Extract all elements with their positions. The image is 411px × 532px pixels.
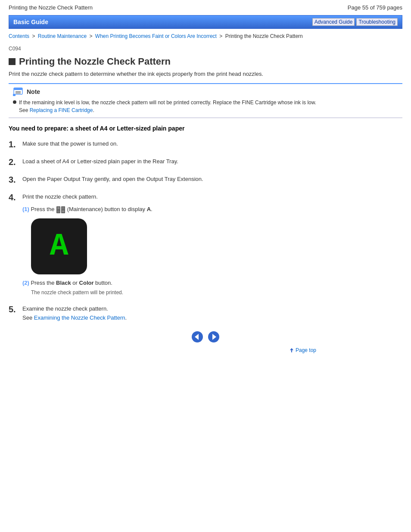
breadcrumb: Contents > Routine Maintenance > When Pr…	[9, 32, 402, 40]
prep-title: You need to prepare: a sheet of A4 or Le…	[9, 125, 402, 132]
page-top-container: Page top	[9, 347, 316, 353]
troubleshooting-link[interactable]: Troubleshooting	[356, 18, 398, 26]
fine-cartridge-link[interactable]: Replacing a FINE Cartridge	[30, 107, 93, 113]
page-top-link[interactable]: Page top	[290, 347, 316, 353]
step-3-content: Open the Paper Output Tray gently, and o…	[22, 175, 203, 184]
step-3-num: 3.	[9, 175, 19, 185]
breadcrumb-routine[interactable]: Routine Maintenance	[38, 33, 87, 39]
display-letter: A	[50, 231, 68, 262]
section-icon	[9, 58, 16, 65]
step-1-content: Make sure that the power is turned on.	[22, 140, 118, 149]
svg-rect-4	[13, 94, 16, 96]
basic-guide-label: Basic Guide	[13, 19, 48, 25]
step-5-num: 5.	[9, 305, 19, 314]
svg-rect-9	[62, 207, 65, 210]
nav-bar-links: Advanced Guide Troubleshooting	[312, 18, 398, 26]
substep-4-2-note: The nozzle check pattern will be printed…	[31, 289, 153, 297]
breadcrumb-current: Printing the Nozzle Check Pattern	[225, 33, 303, 39]
next-button[interactable]	[208, 331, 220, 343]
note-header: Note	[13, 87, 398, 96]
step-1-num: 1.	[9, 140, 19, 149]
display-image: A	[31, 218, 87, 274]
code-label: C094	[9, 46, 402, 52]
nav-buttons	[9, 331, 402, 343]
section-title: Printing the Nozzle Check Pattern	[9, 56, 402, 67]
step-1: 1. Make sure that the power is turned on…	[9, 140, 402, 149]
breadcrumb-contents[interactable]: Contents	[9, 33, 29, 39]
section-title-text: Printing the Nozzle Check Pattern	[19, 56, 171, 67]
note-box: Note If the remaining ink level is low, …	[9, 83, 402, 118]
page-top-icon	[290, 348, 294, 353]
step-4-content: Print the nozzle check pattern. (1) Pres…	[22, 193, 153, 297]
breadcrumb-printing-faint[interactable]: When Printing Becomes Faint or Colors Ar…	[95, 33, 217, 39]
svg-rect-10	[62, 210, 65, 213]
steps-container: 1. Make sure that the power is turned on…	[9, 140, 402, 322]
page-title: Printing the Nozzle Check Pattern	[9, 4, 93, 11]
page-number: Page 55 of 759 pages	[348, 4, 402, 11]
step-2-num: 2.	[9, 157, 19, 167]
note-item: If the remaining ink level is low, the n…	[13, 99, 398, 114]
substep-4-2: (2) Press the Black or Color button. The…	[22, 279, 153, 297]
page-top-text: Page top	[296, 347, 316, 353]
prev-button[interactable]	[191, 331, 203, 343]
step-5-content: Examine the nozzle check pattern. See Ex…	[22, 305, 127, 323]
section-subtitle: Print the nozzle check pattern to determ…	[9, 71, 402, 77]
svg-marker-17	[290, 348, 293, 352]
page-header: Printing the Nozzle Check Pattern Page 5…	[9, 4, 402, 11]
step-2: 2. Load a sheet of A4 or Letter-sized pl…	[9, 157, 402, 167]
step-4: 4. Print the nozzle check pattern. (1) P…	[9, 193, 402, 297]
note-title: Note	[27, 88, 40, 95]
note-bullet	[13, 100, 16, 104]
step-4-num: 4.	[9, 193, 19, 202]
maintenance-icon	[56, 206, 65, 214]
note-text: If the remaining ink level is low, the n…	[19, 99, 316, 114]
svg-rect-7	[57, 210, 60, 213]
step-5: 5. Examine the nozzle check pattern. See…	[9, 305, 402, 323]
svg-rect-1	[14, 88, 22, 90]
note-icon	[13, 87, 23, 96]
step-2-content: Load a sheet of A4 or Letter-sized plain…	[22, 157, 178, 166]
substep-4-1: (1) Press the	[22, 205, 153, 214]
examining-link[interactable]: Examining the Nozzle Check Pattern	[34, 314, 125, 321]
nav-bar: Basic Guide Advanced Guide Troubleshooti…	[9, 15, 402, 29]
substep-4-1-num: (1)	[22, 206, 29, 212]
step-3: 3. Open the Paper Output Tray gently, an…	[9, 175, 402, 185]
substep-4-2-num: (2)	[22, 280, 29, 286]
advanced-guide-link[interactable]: Advanced Guide	[312, 18, 355, 26]
